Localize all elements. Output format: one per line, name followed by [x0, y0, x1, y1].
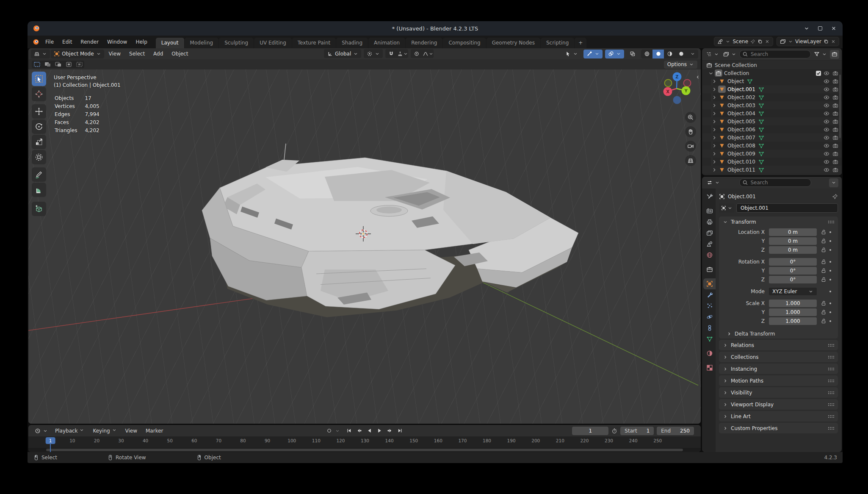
axis-neg-x-ball[interactable] [684, 80, 691, 87]
select-invert-button[interactable] [64, 61, 74, 68]
sidebar-collapse-icon[interactable] [695, 75, 700, 80]
stopwatch-icon[interactable] [611, 428, 617, 434]
outliner-scrollbar[interactable] [839, 75, 841, 138]
outliner-row-object.004[interactable]: Object.004 [702, 109, 842, 117]
pin-icon[interactable] [832, 194, 838, 200]
outliner-row-object.011[interactable]: Object.011 [702, 166, 842, 174]
lock-icon[interactable] [821, 229, 827, 235]
ortho-toggle-button[interactable] [685, 155, 696, 166]
disable-render-icon[interactable] [832, 127, 838, 133]
properties-tab-modifiers[interactable] [703, 289, 716, 300]
navigation-gizmo[interactable]: Z X Y [658, 71, 696, 109]
maximize-icon[interactable] [818, 26, 822, 31]
menu-render[interactable]: Render [76, 36, 103, 48]
timeline-editor-type-button[interactable] [32, 426, 51, 435]
collection-checkbox[interactable] [816, 71, 821, 76]
proportional-editing-toggle[interactable] [411, 49, 422, 58]
scrollbar-handle[interactable] [46, 449, 683, 451]
object-name[interactable]: Object.011 [727, 167, 755, 173]
object-name[interactable]: Object.003 [727, 103, 755, 108]
outliner-row-object.010[interactable]: Object.010 [702, 158, 842, 166]
next-keyframe-button[interactable] [385, 427, 394, 435]
properties-tab-collection[interactable] [703, 264, 716, 275]
tab-layout[interactable]: Layout [156, 38, 184, 48]
outliner-editor-type-button[interactable] [705, 50, 720, 59]
hide-viewport-icon[interactable] [824, 86, 829, 92]
expand-icon[interactable] [711, 94, 717, 100]
object-name[interactable]: Object.002 [727, 94, 755, 100]
tool-select-box[interactable] [32, 72, 46, 86]
outliner-search[interactable] [739, 50, 811, 58]
playhead[interactable] [50, 443, 51, 452]
outliner-row-object[interactable]: Object [702, 77, 842, 85]
expand-icon[interactable] [711, 159, 717, 165]
expand-icon[interactable] [711, 135, 717, 141]
outliner-row-collection[interactable]: Collection [702, 69, 842, 77]
tool-transform[interactable] [32, 150, 46, 164]
collection-name[interactable]: Collection [724, 70, 749, 76]
disable-render-icon[interactable] [832, 119, 838, 125]
panel-header[interactable]: Visibility [719, 387, 838, 398]
animate-dot[interactable] [829, 320, 831, 322]
tool-move[interactable] [32, 104, 46, 119]
properties-tab-tool[interactable] [703, 191, 716, 202]
play-button[interactable] [375, 427, 384, 435]
panel-instancing[interactable]: Instancing [719, 364, 838, 374]
expand-icon[interactable] [711, 119, 717, 125]
viewport-menu-object[interactable]: Object [168, 48, 192, 59]
panel-header[interactable]: Custom Properties [719, 423, 838, 433]
disable-render-icon[interactable] [832, 143, 838, 149]
animate-dot[interactable] [829, 261, 831, 263]
expand-icon[interactable] [711, 127, 717, 133]
lock-icon[interactable] [821, 259, 827, 265]
tab-texture-paint[interactable]: Texture Paint [292, 38, 336, 48]
properties-search-input[interactable] [739, 178, 811, 187]
tab-rendering[interactable]: Rendering [406, 38, 442, 48]
drag-dots-icon[interactable] [828, 355, 834, 358]
axis-neg-y-ball[interactable] [665, 80, 672, 87]
rotation-y-field[interactable]: 0° [769, 267, 817, 275]
scene-collection-name[interactable]: Scene Collection [715, 62, 757, 68]
minimize-icon[interactable] [804, 25, 810, 31]
menu-playback[interactable]: Playback [51, 427, 88, 434]
new-collection-button[interactable] [830, 50, 839, 59]
hide-viewport-icon[interactable] [824, 135, 829, 141]
outliner-row-object.005[interactable]: Object.005 [702, 117, 842, 125]
pin-icon[interactable] [750, 39, 755, 44]
properties-tab-render[interactable] [703, 205, 716, 216]
drag-dots-icon[interactable] [828, 367, 834, 370]
drag-dots-icon[interactable] [828, 379, 834, 382]
zoom-button[interactable] [685, 112, 696, 123]
menu-edit[interactable]: Edit [58, 36, 76, 48]
prev-keyframe-button[interactable] [355, 427, 364, 435]
expand-icon[interactable] [711, 143, 717, 149]
properties-tab-data[interactable] [703, 333, 716, 344]
outliner-search-input[interactable] [739, 50, 811, 58]
tool-cursor[interactable] [32, 87, 46, 101]
animate-dot[interactable] [829, 231, 831, 233]
tab-animation[interactable]: Animation [368, 38, 405, 48]
menu-window[interactable]: Window [103, 36, 131, 48]
axis-neg-z-ball[interactable] [674, 97, 681, 104]
disable-render-icon[interactable] [832, 78, 838, 84]
object-name-field[interactable]: Object.001 [736, 203, 838, 213]
timeline-ruler[interactable]: 1 10203040506070809010011012013014015016… [28, 436, 701, 452]
panel-custom-properties[interactable]: Custom Properties [719, 423, 838, 433]
properties-tab-physics[interactable] [703, 311, 716, 322]
new-view-layer-icon[interactable] [824, 39, 829, 44]
panel-collections[interactable]: Collections [719, 352, 838, 362]
object-name[interactable]: Object.009 [727, 151, 755, 157]
expand-icon[interactable] [711, 151, 717, 157]
gizmos-toggle[interactable] [583, 50, 603, 58]
properties-tab-object[interactable] [703, 278, 716, 289]
animate-dot[interactable] [829, 279, 831, 280]
properties-tab-world[interactable] [703, 250, 716, 261]
new-scene-icon[interactable] [757, 39, 763, 44]
collapse-icon[interactable] [708, 70, 714, 76]
animate-dot[interactable] [829, 303, 831, 304]
select-extend-button[interactable] [42, 61, 53, 68]
disable-render-icon[interactable] [832, 159, 838, 165]
lock-icon[interactable] [821, 309, 827, 315]
panel-visibility[interactable]: Visibility [719, 387, 838, 398]
add-workspace-button[interactable]: + [575, 38, 586, 48]
